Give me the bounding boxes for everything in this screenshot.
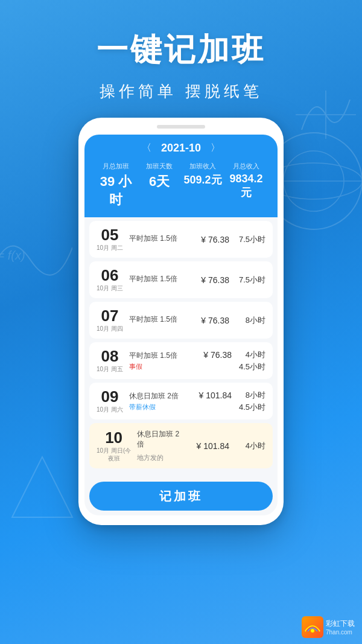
overtime-type-07: 平时加班 1.5倍 [129, 314, 184, 325]
stat-value-total-pay: 9834.2元 [224, 173, 268, 200]
record-pay-06: ¥ 76.38 [190, 275, 229, 285]
record-item-05[interactable]: 05 10月 周二 平时加班 1.5倍 ¥ 76.38 7.5小时 [89, 221, 273, 258]
svg-text:y = f(x): y = f(x) [0, 249, 25, 262]
overtime-type-05: 平时加班 1.5倍 [129, 234, 184, 244]
overtime-type-08: 平时加班 1.5倍 [129, 351, 186, 361]
record-info-07: 平时加班 1.5倍 [129, 314, 184, 326]
record-hours-07: 8小时 [235, 315, 265, 326]
record-pay-10: ¥ 101.84 [190, 441, 229, 451]
date-num-09: 09 [97, 389, 123, 404]
date-block-07: 07 10月 周四 [97, 308, 123, 333]
stat-overtime-pay: 加班收入 509.2元 [181, 162, 224, 187]
date-num-07: 07 [97, 308, 123, 324]
watermark-logo [302, 616, 323, 638]
stat-label-total-pay: 月总收入 [224, 162, 268, 171]
stat-total-pay: 月总收入 9834.2元 [224, 162, 268, 200]
date-block-06: 06 10月 周三 [97, 267, 123, 292]
svg-point-9 [311, 629, 314, 633]
overtime-note-09: 带薪休假 [129, 403, 186, 412]
stat-value-days: 6天 [138, 173, 181, 191]
date-num-06: 06 [97, 267, 123, 283]
stats-row: 月总加班 39 小时 加班天数 6天 加班收入 509.2元 月总收入 9834… [94, 162, 268, 209]
record-info-05: 平时加班 1.5倍 [129, 234, 184, 245]
stat-label-total-overtime: 月总加班 [94, 162, 138, 171]
date-num-08: 08 [97, 348, 123, 364]
record-right-08: ¥ 76.38 4小时 4.5小时 [192, 349, 265, 372]
main-title: 一键记加班 [0, 29, 362, 71]
record-pay-09: ¥ 101.84 [192, 391, 232, 400]
record-hours1-08: 4小时 [235, 349, 265, 360]
next-month-button[interactable]: 〉 [211, 142, 220, 155]
svg-point-1 [284, 151, 344, 211]
stat-label-days: 加班天数 [138, 162, 181, 171]
watermark: 彩虹下载 7han.com [302, 616, 355, 638]
svg-marker-5 [12, 457, 72, 517]
overtime-note-10: 地方发的 [137, 453, 184, 462]
stat-value-overtime-pay: 509.2元 [181, 173, 224, 187]
phone-screen: 〈 2021-10 〉 月总加班 39 小时 加班天数 6天 加班收入 [84, 135, 278, 515]
current-month: 2021-10 [161, 142, 201, 155]
record-pay-05: ¥ 76.38 [190, 235, 229, 244]
sub-title: 操作简单 摆脱纸笔 [0, 81, 362, 102]
date-sub-05: 10月 周二 [97, 244, 123, 252]
record-hours-06: 7.5小时 [235, 275, 265, 285]
date-sub-10: 10月 周日(今 夜班 [97, 447, 131, 462]
date-block-10: 10 10月 周日(今 夜班 [97, 430, 131, 462]
date-num-10: 10 [97, 430, 131, 445]
record-btn-area: 记加班 [84, 476, 278, 515]
watermark-label: 彩虹下载 [326, 619, 355, 629]
record-item-06[interactable]: 06 10月 周三 平时加班 1.5倍 ¥ 76.38 7.5小时 [89, 261, 273, 298]
record-hours-10: 4小时 [235, 441, 265, 451]
record-hours1-09: 8小时 [235, 390, 265, 401]
date-sub-08: 10月 周五 [97, 365, 123, 373]
phone-mockup: 〈 2021-10 〉 月总加班 39 小时 加班天数 6天 加班收入 [78, 118, 284, 525]
record-info-10: 休息日加班 2倍 地方发的 [137, 429, 184, 462]
record-right-09: ¥ 101.84 8小时 4.5小时 [192, 390, 265, 413]
record-info-06: 平时加班 1.5倍 [129, 274, 184, 285]
stat-total-overtime: 月总加班 39 小时 [94, 162, 138, 209]
stat-days: 加班天数 6天 [138, 162, 181, 191]
app-header: 〈 2021-10 〉 月总加班 39 小时 加班天数 6天 加班收入 [84, 135, 278, 217]
record-hours2-08: 4.5小时 [235, 362, 265, 372]
date-num-05: 05 [97, 227, 123, 243]
record-item-10[interactable]: 10 10月 周日(今 夜班 休息日加班 2倍 地方发的 ¥ 101.84 4小… [89, 423, 273, 468]
overtime-type-10: 休息日加班 2倍 [137, 429, 184, 450]
prev-month-button[interactable]: 〈 [142, 142, 151, 155]
date-block-08: 08 10月 周五 [97, 348, 123, 373]
date-sub-06: 10月 周三 [97, 284, 123, 292]
record-info-09: 休息日加班 2倍 带薪休假 [129, 391, 186, 412]
record-item-08[interactable]: 08 10月 周五 平时加班 1.5倍 事假 ¥ 76.38 4小时 4.5小 [89, 342, 273, 379]
overtime-note-08: 事假 [129, 362, 186, 371]
phone-notch [157, 125, 205, 129]
record-item-09[interactable]: 09 10月 周六 休息日加班 2倍 带薪休假 ¥ 101.84 8小时 4. [89, 383, 273, 419]
record-info-08: 平时加班 1.5倍 事假 [129, 351, 186, 371]
overtime-type-06: 平时加班 1.5倍 [129, 274, 184, 284]
record-hours2-09: 4.5小时 [235, 402, 265, 413]
record-item-07[interactable]: 07 10月 周四 平时加班 1.5倍 ¥ 76.38 8小时 [89, 302, 273, 339]
watermark-url: 7han.com [326, 629, 355, 636]
record-pay-07: ¥ 76.38 [190, 316, 229, 325]
record-hours-05: 7.5小时 [235, 234, 265, 245]
date-sub-07: 10月 周四 [97, 325, 123, 333]
stat-value-total-overtime: 39 小时 [94, 173, 138, 209]
date-sub-09: 10月 周六 [97, 406, 123, 413]
overtime-type-09: 休息日加班 2倍 [129, 391, 186, 401]
month-nav: 〈 2021-10 〉 [94, 142, 268, 155]
record-overtime-button[interactable]: 记加班 [89, 482, 273, 511]
record-pay-08: ¥ 76.38 [192, 350, 232, 360]
stat-label-overtime-pay: 加班收入 [181, 162, 224, 171]
date-block-09: 09 10月 周六 [97, 389, 123, 413]
records-list: 05 10月 周二 平时加班 1.5倍 ¥ 76.38 7.5小时 06 10月… [84, 217, 278, 476]
date-block-05: 05 10月 周二 [97, 227, 123, 252]
